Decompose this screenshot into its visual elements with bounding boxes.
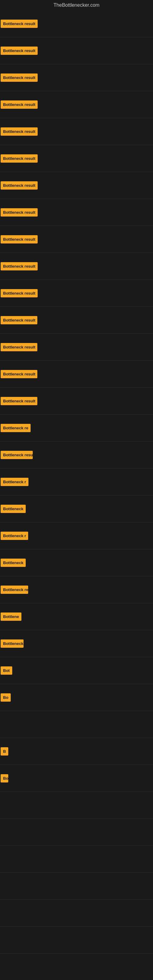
bottleneck-badge[interactable]: Bottleneck res xyxy=(1,585,28,594)
bottleneck-row: Bottleneck result xyxy=(0,442,153,469)
bottleneck-badge[interactable]: Bottleneck r xyxy=(1,640,24,648)
bottleneck-row: Bottleneck result xyxy=(0,307,153,334)
bottleneck-row: Bottleneck result xyxy=(0,64,153,91)
bottleneck-badge[interactable]: Bottleneck result xyxy=(1,289,38,298)
bottleneck-row xyxy=(0,711,153,738)
bottleneck-badge[interactable]: Bottleneck result xyxy=(1,397,37,405)
bottleneck-row: Bottleneck xyxy=(0,495,153,522)
bottleneck-badge[interactable]: Bottleneck r xyxy=(1,531,28,540)
bottleneck-row: Bottleneck re xyxy=(0,415,153,442)
bottleneck-badge[interactable]: Bottleneck result xyxy=(1,451,33,459)
bottleneck-row: Bottl xyxy=(0,765,153,792)
bottleneck-row: Bottleneck xyxy=(0,549,153,576)
bottleneck-row xyxy=(0,927,153,954)
bottleneck-row xyxy=(0,792,153,819)
bottleneck-badge[interactable]: Bottleneck result xyxy=(1,370,37,378)
site-title: TheBottlenecker.com xyxy=(0,0,153,10)
bottleneck-row xyxy=(0,873,153,900)
bottleneck-row: Bottleneck result xyxy=(0,226,153,253)
bottleneck-badge[interactable]: B xyxy=(1,747,8,756)
bottleneck-badge[interactable]: Bottleneck result xyxy=(1,100,38,109)
bottleneck-row: Bottleneck res xyxy=(0,576,153,603)
bottleneck-badge[interactable]: Bottleneck result xyxy=(1,316,37,324)
bottleneck-row: Bottleneck result xyxy=(0,172,153,199)
bottleneck-badge[interactable]: Bot xyxy=(1,667,12,675)
bottleneck-row: Bottleneck result xyxy=(0,199,153,226)
bottleneck-badge[interactable]: Bottlene xyxy=(1,612,21,621)
bottleneck-row: Bottleneck r xyxy=(0,522,153,549)
bottleneck-row xyxy=(0,900,153,927)
bottleneck-row: Bottleneck r xyxy=(0,630,153,657)
bottleneck-badge[interactable]: Bottleneck result xyxy=(1,20,38,28)
bottleneck-row: Bottleneck result xyxy=(0,388,153,415)
bottleneck-badge[interactable]: Bottleneck re xyxy=(1,424,30,432)
bottleneck-row: Bottleneck result xyxy=(0,334,153,361)
bottleneck-row: Bottleneck result xyxy=(0,145,153,172)
bottleneck-row: Bottleneck result xyxy=(0,253,153,280)
bottleneck-row: Bottleneck result xyxy=(0,91,153,118)
bottleneck-row: Bottleneck result xyxy=(0,118,153,145)
bottleneck-badge[interactable]: Bottleneck result xyxy=(1,181,38,189)
bottleneck-badge[interactable]: Bottleneck result xyxy=(1,154,38,162)
bottleneck-row: Bottleneck result xyxy=(0,37,153,64)
bottleneck-row: Bottleneck result xyxy=(0,280,153,307)
bottleneck-badge[interactable]: Bottleneck r xyxy=(1,478,29,486)
bottleneck-badge[interactable]: Bottleneck result xyxy=(1,208,38,216)
bottleneck-badge[interactable]: Bottleneck xyxy=(1,558,26,567)
bottleneck-badge[interactable]: Bottl xyxy=(1,774,8,783)
bottleneck-badge[interactable]: Bottleneck xyxy=(1,505,26,513)
bottleneck-row: Bottleneck r xyxy=(0,469,153,495)
bottleneck-badge[interactable]: Bottleneck result xyxy=(1,262,38,270)
bottleneck-badge[interactable]: Bottleneck result xyxy=(1,235,38,243)
bottleneck-row: Bot xyxy=(0,657,153,684)
bottleneck-row: Bottleneck result xyxy=(0,361,153,388)
bottleneck-badge[interactable]: Bo xyxy=(1,694,11,702)
bottleneck-row: B xyxy=(0,738,153,765)
bottleneck-row: Bottlene xyxy=(0,603,153,630)
bottleneck-badge[interactable]: Bottleneck result xyxy=(1,73,38,82)
bottleneck-badge[interactable]: Bottleneck result xyxy=(1,343,37,351)
bottleneck-badge[interactable]: Bottleneck result xyxy=(1,127,38,136)
bottleneck-badge[interactable]: Bottleneck result xyxy=(1,46,38,55)
bottleneck-row: Bottleneck result xyxy=(0,10,153,37)
bottleneck-row xyxy=(0,819,153,846)
bottleneck-row xyxy=(0,846,153,873)
bottleneck-row: Bo xyxy=(0,684,153,711)
